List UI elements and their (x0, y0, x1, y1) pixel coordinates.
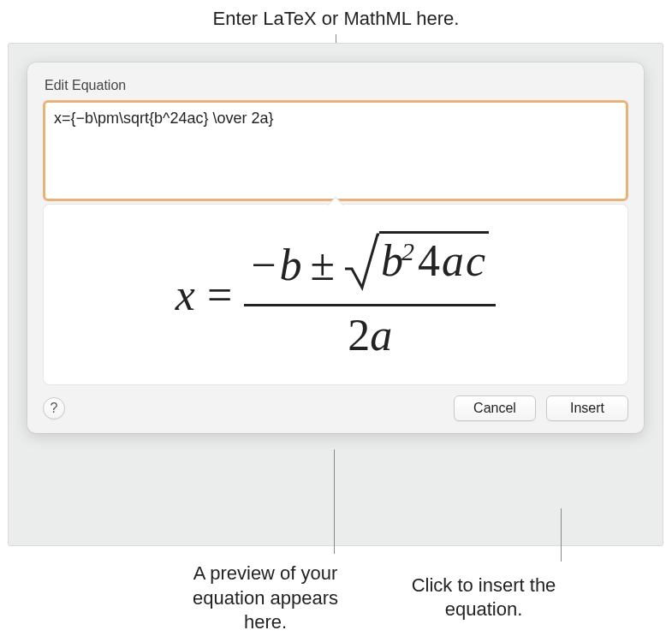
eq-radicand: b 2 4 a c (379, 231, 489, 299)
callout-insert-hint: Click to insert the equation. (394, 574, 574, 622)
eq-variable-x: x (175, 270, 195, 320)
eq-4: 4 (418, 239, 440, 283)
dialog-button-row: ? Cancel Insert (43, 395, 628, 421)
dialog-title: Edit Equation (43, 78, 628, 93)
eq-plus-minus: ± (311, 243, 336, 288)
equation-preview: x = − b ± (43, 204, 628, 385)
sqrt-icon (343, 231, 379, 299)
eq-den-2: 2 (348, 311, 370, 360)
callout-preview-hint: A preview of your equation appears here. (171, 562, 360, 635)
edit-equation-dialog: Edit Equation x = − b ± (27, 62, 644, 433)
insert-button[interactable]: Insert (546, 395, 628, 421)
button-group: Cancel Insert (454, 395, 628, 421)
callout-input-hint: Enter LaTeX or MathML here. (191, 7, 482, 32)
callout-leader-preview (334, 449, 335, 554)
eq-denominator: 2a (348, 306, 392, 358)
eq-a: a (442, 239, 464, 283)
eq-c: c (466, 239, 485, 283)
eq-numerator: − b ± b 2 (244, 231, 496, 306)
help-button[interactable]: ? (43, 397, 65, 419)
equation-input[interactable] (43, 100, 628, 201)
eq-sqrt: b 2 4 a c (343, 231, 489, 299)
cancel-button[interactable]: Cancel (454, 395, 536, 421)
eq-fraction: − b ± b 2 (244, 231, 496, 358)
rendered-equation: x = − b ± (175, 231, 496, 358)
eq-b: b (280, 243, 302, 288)
eq-minus-b: − b (251, 243, 301, 288)
eq-superscript-2: 2 (401, 239, 414, 265)
eq-den-a: a (370, 311, 392, 360)
window-backdrop: Edit Equation x = − b ± (8, 43, 663, 546)
eq-equals: = (207, 270, 232, 320)
callout-leader-insert (561, 508, 562, 562)
eq-minus-sign: − (251, 243, 276, 288)
eq-b2: b (381, 239, 403, 283)
